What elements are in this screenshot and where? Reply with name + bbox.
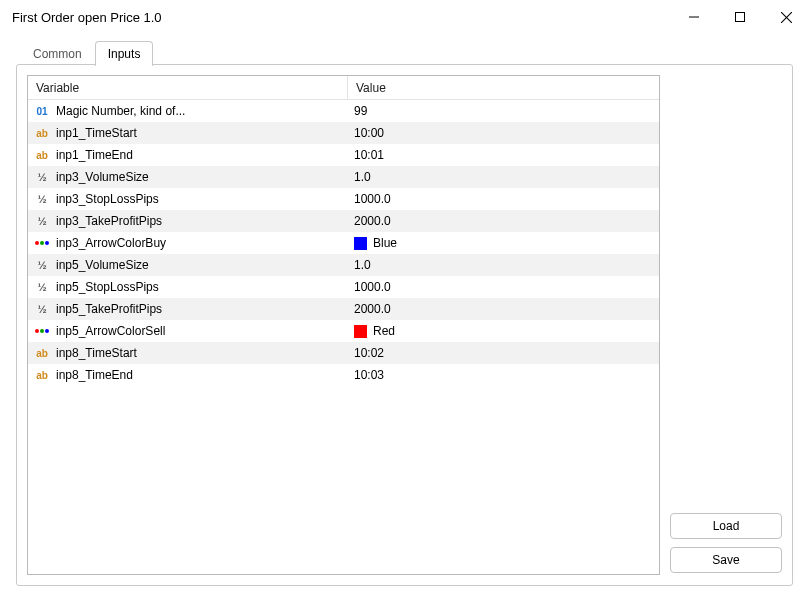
- content-row: Variable Value 01Magic Number, kind of..…: [27, 75, 782, 575]
- cell-variable: inp3_ArrowColorBuy: [28, 232, 348, 254]
- cell-value[interactable]: Blue: [348, 232, 659, 254]
- cell-variable: abinp8_TimeEnd: [28, 364, 348, 386]
- tab-common[interactable]: Common: [20, 41, 95, 66]
- cell-variable: 01Magic Number, kind of...: [28, 100, 348, 122]
- value-text: 1.0: [354, 258, 371, 272]
- cell-value[interactable]: 1000.0: [348, 276, 659, 298]
- minimize-button[interactable]: [671, 0, 717, 34]
- table-row[interactable]: inp3_ArrowColorBuyBlue: [28, 232, 659, 254]
- titlebar: First Order open Price 1.0: [0, 0, 809, 34]
- tab-page-inputs: Variable Value 01Magic Number, kind of..…: [16, 64, 793, 586]
- minimize-icon: [689, 12, 699, 22]
- variable-name: inp8_TimeStart: [56, 346, 137, 360]
- cell-value[interactable]: 10:02: [348, 342, 659, 364]
- type-double-icon: ½: [34, 258, 50, 272]
- table-row[interactable]: 01Magic Number, kind of...99: [28, 100, 659, 122]
- column-header-value[interactable]: Value: [348, 76, 659, 100]
- table-header: Variable Value: [28, 76, 659, 100]
- type-double-icon: ½: [34, 170, 50, 184]
- value-text: 10:02: [354, 346, 384, 360]
- load-button[interactable]: Load: [670, 513, 782, 539]
- inputs-table: Variable Value 01Magic Number, kind of..…: [27, 75, 660, 575]
- color-swatch: [354, 325, 367, 338]
- table-row[interactable]: inp5_ArrowColorSellRed: [28, 320, 659, 342]
- cell-value[interactable]: 99: [348, 100, 659, 122]
- type-double-icon: ½: [34, 214, 50, 228]
- type-color-icon: [34, 236, 50, 250]
- table-row[interactable]: ½inp3_VolumeSize1.0: [28, 166, 659, 188]
- close-icon: [781, 12, 792, 23]
- maximize-icon: [735, 12, 745, 22]
- value-text: 2000.0: [354, 302, 391, 316]
- table-row[interactable]: ½inp3_TakeProfitPips2000.0: [28, 210, 659, 232]
- cell-value[interactable]: 2000.0: [348, 298, 659, 320]
- maximize-button[interactable]: [717, 0, 763, 34]
- cell-variable: ½inp3_TakeProfitPips: [28, 210, 348, 232]
- variable-name: inp5_VolumeSize: [56, 258, 149, 272]
- value-text: 1000.0: [354, 280, 391, 294]
- type-double-icon: ½: [34, 192, 50, 206]
- table-row[interactable]: abinp8_TimeStart10:02: [28, 342, 659, 364]
- variable-name: inp5_ArrowColorSell: [56, 324, 165, 338]
- table-row[interactable]: abinp1_TimeStart10:00: [28, 122, 659, 144]
- variable-name: inp5_StopLossPips: [56, 280, 159, 294]
- type-string-icon: ab: [34, 346, 50, 360]
- cell-variable: ½inp5_StopLossPips: [28, 276, 348, 298]
- save-button[interactable]: Save: [670, 547, 782, 573]
- table-body: 01Magic Number, kind of...99abinp1_TimeS…: [28, 100, 659, 574]
- variable-name: Magic Number, kind of...: [56, 104, 185, 118]
- type-int-icon: 01: [34, 104, 50, 118]
- table-row[interactable]: ½inp5_VolumeSize1.0: [28, 254, 659, 276]
- table-row[interactable]: abinp1_TimeEnd10:01: [28, 144, 659, 166]
- cell-variable: inp5_ArrowColorSell: [28, 320, 348, 342]
- table-row[interactable]: ½inp3_StopLossPips1000.0: [28, 188, 659, 210]
- value-text: 2000.0: [354, 214, 391, 228]
- cell-variable: ½inp5_VolumeSize: [28, 254, 348, 276]
- value-text: 10:03: [354, 368, 384, 382]
- table-row[interactable]: ½inp5_StopLossPips1000.0: [28, 276, 659, 298]
- cell-value[interactable]: 1.0: [348, 254, 659, 276]
- value-text: Blue: [373, 236, 397, 250]
- cell-value[interactable]: 10:00: [348, 122, 659, 144]
- side-buttons: Load Save: [670, 75, 782, 575]
- window: First Order open Price 1.0 Common Inputs…: [0, 0, 809, 600]
- cell-value[interactable]: 1.0: [348, 166, 659, 188]
- type-color-icon: [34, 324, 50, 338]
- cell-value[interactable]: 1000.0: [348, 188, 659, 210]
- cell-variable: ½inp3_VolumeSize: [28, 166, 348, 188]
- cell-value[interactable]: 10:01: [348, 144, 659, 166]
- type-string-icon: ab: [34, 368, 50, 382]
- cell-variable: ½inp3_StopLossPips: [28, 188, 348, 210]
- value-text: 1000.0: [354, 192, 391, 206]
- value-text: 10:01: [354, 148, 384, 162]
- svg-rect-1: [736, 13, 745, 22]
- value-text: Red: [373, 324, 395, 338]
- variable-name: inp8_TimeEnd: [56, 368, 133, 382]
- value-text: 10:00: [354, 126, 384, 140]
- type-double-icon: ½: [34, 302, 50, 316]
- value-text: 1.0: [354, 170, 371, 184]
- variable-name: inp5_TakeProfitPips: [56, 302, 162, 316]
- type-string-icon: ab: [34, 148, 50, 162]
- table-row[interactable]: abinp8_TimeEnd10:03: [28, 364, 659, 386]
- type-string-icon: ab: [34, 126, 50, 140]
- cell-value[interactable]: 10:03: [348, 364, 659, 386]
- cell-value[interactable]: Red: [348, 320, 659, 342]
- table-row[interactable]: ½inp5_TakeProfitPips2000.0: [28, 298, 659, 320]
- cell-variable: ½inp5_TakeProfitPips: [28, 298, 348, 320]
- variable-name: inp3_TakeProfitPips: [56, 214, 162, 228]
- type-double-icon: ½: [34, 280, 50, 294]
- close-button[interactable]: [763, 0, 809, 34]
- variable-name: inp3_ArrowColorBuy: [56, 236, 166, 250]
- column-header-variable[interactable]: Variable: [28, 76, 348, 100]
- variable-name: inp3_VolumeSize: [56, 170, 149, 184]
- color-swatch: [354, 237, 367, 250]
- window-title: First Order open Price 1.0: [12, 10, 162, 25]
- cell-value[interactable]: 2000.0: [348, 210, 659, 232]
- tab-inputs[interactable]: Inputs: [95, 41, 154, 66]
- tab-strip: Common Inputs: [16, 40, 793, 65]
- variable-name: inp3_StopLossPips: [56, 192, 159, 206]
- variable-name: inp1_TimeEnd: [56, 148, 133, 162]
- cell-variable: abinp1_TimeEnd: [28, 144, 348, 166]
- variable-name: inp1_TimeStart: [56, 126, 137, 140]
